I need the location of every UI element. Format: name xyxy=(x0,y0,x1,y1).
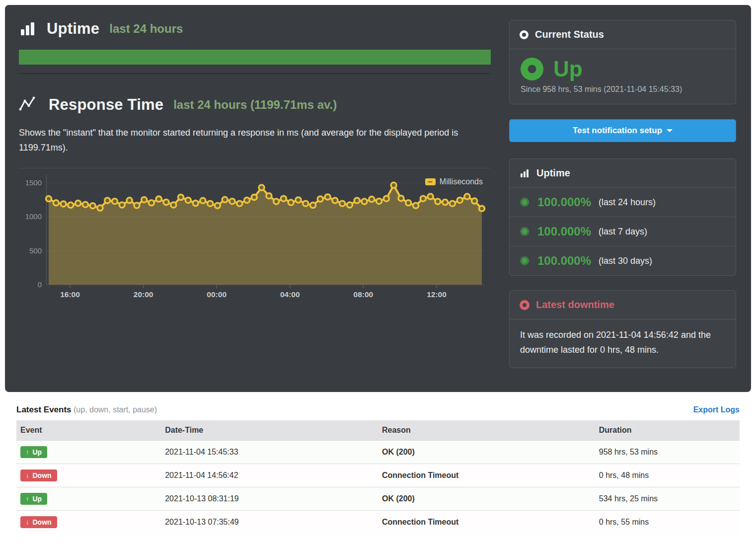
response-time-range-label: last 24 hours (1199.71ms av.) xyxy=(173,98,337,112)
event-reason: Connection Timeout xyxy=(378,464,595,487)
burst-icon: ✺ xyxy=(520,196,530,209)
current-status-title: Current Status xyxy=(535,29,604,40)
current-status-body: Up Since 958 hrs, 53 mins (2021-11-04 15… xyxy=(510,49,736,104)
event-reason: OK (200) xyxy=(378,487,595,510)
bar-chart-small-icon xyxy=(520,168,530,178)
current-status-panel: Current Status Up Since 958 hrs, 53 mins… xyxy=(509,20,736,104)
uptime-section-title: Uptime xyxy=(47,20,99,38)
up-badge: ↑Up xyxy=(20,493,47,505)
table-header-row: Event Date-Time Reason Duration xyxy=(16,420,740,441)
table-row: ↓Down2021-10-13 07:35:49Connection Timeo… xyxy=(16,510,740,534)
svg-text:08:00: 08:00 xyxy=(354,290,374,299)
export-logs-link[interactable]: Export Logs xyxy=(693,405,740,414)
chart-legend: Milliseconds xyxy=(425,177,483,186)
event-duration: 0 hrs, 55 mins xyxy=(595,510,740,534)
event-duration: 0 hrs, 48 mins xyxy=(595,464,740,487)
test-notification-setup-button[interactable]: Test notification setup xyxy=(509,119,736,142)
status-since-text: Since 958 hrs, 53 mins (2021-11-04 15:45… xyxy=(521,85,725,94)
latest-downtime-panel: Latest downtime It was recorded on 2021-… xyxy=(509,290,736,368)
svg-text:1500: 1500 xyxy=(25,178,42,187)
uptime-period-7d: (last 7 days) xyxy=(599,227,647,237)
column-header-reason: Reason xyxy=(378,420,595,441)
event-label: Up xyxy=(33,495,42,503)
svg-text:1000: 1000 xyxy=(25,213,42,221)
up-status-icon xyxy=(521,58,543,80)
events-title: Latest Events xyxy=(16,405,72,414)
bar-chart-icon xyxy=(19,20,37,38)
latest-downtime-text: It was recorded on 2021-11-04 14:56:42 a… xyxy=(510,319,736,367)
column-header-datetime: Date-Time xyxy=(161,420,378,441)
arrow-down-icon: ↓ xyxy=(26,472,29,478)
event-label: Down xyxy=(33,471,52,479)
uptime-percent-24h: 100.000% xyxy=(537,195,591,209)
event-datetime: 2021-10-13 08:31:19 xyxy=(161,487,378,510)
response-time-plot[interactable]: 16:0020:0000:0004:0008:0012:000500100015… xyxy=(19,170,491,301)
uptime-percent-30d: 100.000% xyxy=(537,254,591,268)
event-label: Down xyxy=(33,518,52,526)
uptime-stats-panel: Uptime ✺ 100.000% (last 24 hours) ✺ 100.… xyxy=(509,158,736,276)
uptime-section-head: Uptime last 24 hours xyxy=(19,20,491,38)
latest-downtime-header: Latest downtime xyxy=(510,291,736,319)
events-table: Event Date-Time Reason Duration ↑Up2021-… xyxy=(16,420,740,534)
response-time-title: Response Time xyxy=(49,96,163,114)
down-badge: ↓Down xyxy=(20,516,57,528)
event-reason: OK (200) xyxy=(378,440,595,464)
uptime-row-24h: ✺ 100.000% (last 24 hours) xyxy=(510,188,736,217)
event-datetime: 2021-10-13 07:35:49 xyxy=(161,510,378,534)
down-badge: ↓Down xyxy=(20,470,57,481)
legend-label: Milliseconds xyxy=(440,177,483,186)
caret-down-icon xyxy=(667,129,673,132)
event-duration: 534 hrs, 25 mins xyxy=(595,487,740,510)
uptime-period-30d: (last 30 days) xyxy=(599,256,652,266)
table-row: ↑Up2021-11-04 15:45:33OK (200)958 hrs, 5… xyxy=(16,440,740,464)
event-duration: 958 hrs, 53 mins xyxy=(595,440,740,464)
svg-text:0: 0 xyxy=(38,280,42,289)
uptime-progress-bar[interactable] xyxy=(19,50,491,65)
svg-text:500: 500 xyxy=(29,246,42,255)
record-status-icon xyxy=(520,30,529,39)
burst-icon: ✺ xyxy=(520,226,530,238)
arrow-down-icon: ↓ xyxy=(26,519,29,525)
section-divider xyxy=(19,73,491,74)
current-status-header: Current Status xyxy=(510,20,736,49)
uptime-percent-7d: 100.000% xyxy=(537,225,591,238)
table-row: ↓Down2021-11-04 14:56:42Connection Timeo… xyxy=(16,464,740,487)
svg-text:20:00: 20:00 xyxy=(134,290,153,299)
latest-downtime-title: Latest downtime xyxy=(536,299,614,311)
monitor-page: Uptime last 24 hours Response Time last … xyxy=(0,5,756,544)
event-datetime: 2021-11-04 15:45:33 xyxy=(161,440,378,464)
current-status-value: Up xyxy=(553,57,583,81)
event-label: Up xyxy=(33,448,42,456)
uptime-row-30d: ✺ 100.000% (last 30 days) xyxy=(510,246,736,275)
notify-button-label: Test notification setup xyxy=(573,126,662,136)
charts-column: Uptime last 24 hours Response Time last … xyxy=(19,20,491,368)
svg-text:04:00: 04:00 xyxy=(280,290,300,299)
response-time-chart[interactable]: Milliseconds 16:0020:0000:0004:0008:0012… xyxy=(19,170,491,301)
events-header: Latest Events (up, down, start, pause) E… xyxy=(16,405,740,415)
column-header-event: Event xyxy=(16,420,161,441)
latest-events-section: Latest Events (up, down, start, pause) E… xyxy=(0,392,756,544)
line-chart-icon xyxy=(19,96,39,113)
dashboard-panel: Uptime last 24 hours Response Time last … xyxy=(5,5,751,392)
up-badge: ↑Up xyxy=(20,446,47,458)
uptime-period-24h: (last 24 hours) xyxy=(599,197,656,208)
arrow-up-icon: ↑ xyxy=(26,495,29,502)
svg-text:16:00: 16:00 xyxy=(60,290,80,299)
response-time-section-head: Response Time last 24 hours (1199.71ms a… xyxy=(19,96,491,114)
response-time-description: Shows the "instant" that the monitor sta… xyxy=(19,126,491,155)
legend-swatch-icon xyxy=(425,178,436,185)
downtime-record-icon xyxy=(520,300,529,310)
uptime-stats-title: Uptime xyxy=(536,167,570,179)
svg-text:00:00: 00:00 xyxy=(207,290,227,299)
response-time-average: (1199.71ms av.) xyxy=(250,98,337,111)
event-reason: Connection Timeout xyxy=(378,510,595,534)
table-row: ↑Up2021-10-13 08:31:19OK (200)534 hrs, 2… xyxy=(16,487,740,510)
uptime-stats-header: Uptime xyxy=(510,159,736,188)
status-sidebar: Current Status Up Since 958 hrs, 53 mins… xyxy=(509,20,736,368)
chart-top-divider xyxy=(19,168,491,168)
svg-text:12:00: 12:00 xyxy=(427,290,447,299)
burst-icon: ✺ xyxy=(520,255,530,267)
uptime-row-7d: ✺ 100.000% (last 7 days) xyxy=(510,217,736,246)
events-subtitle: (up, down, start, pause) xyxy=(74,405,157,414)
uptime-range-label: last 24 hours xyxy=(109,22,183,36)
